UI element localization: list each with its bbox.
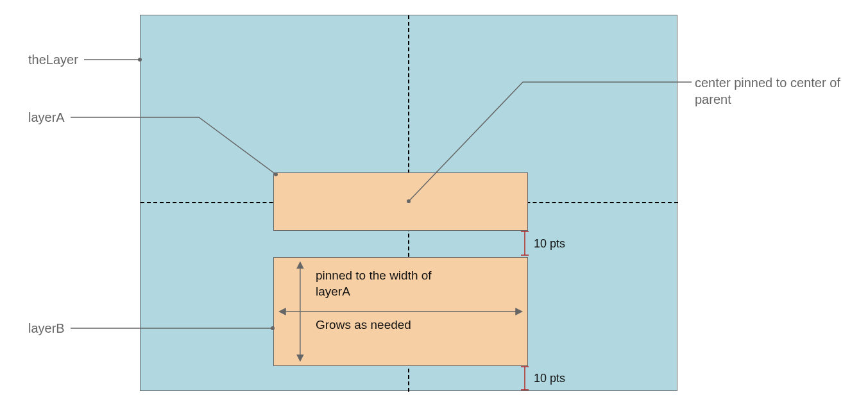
- label-theLayer: theLayer: [28, 53, 78, 67]
- layer-b-text-2: Grows as needed: [316, 317, 463, 333]
- label-layerB: layerB: [28, 321, 65, 336]
- dim-gap-1: 10 pts: [534, 237, 565, 251]
- dim-gap-2: 10 pts: [534, 372, 565, 385]
- label-center-pinned: center pinned to center of parent: [695, 74, 849, 108]
- layer-b: pinned to the width of layerA Grows as n…: [273, 257, 528, 366]
- layer-b-text-1: pinned to the width of layerA: [316, 268, 463, 299]
- the-layer: pinned to the width of layerA Grows as n…: [140, 15, 677, 391]
- label-layerA: layerA: [28, 110, 65, 125]
- layer-a: [273, 172, 528, 231]
